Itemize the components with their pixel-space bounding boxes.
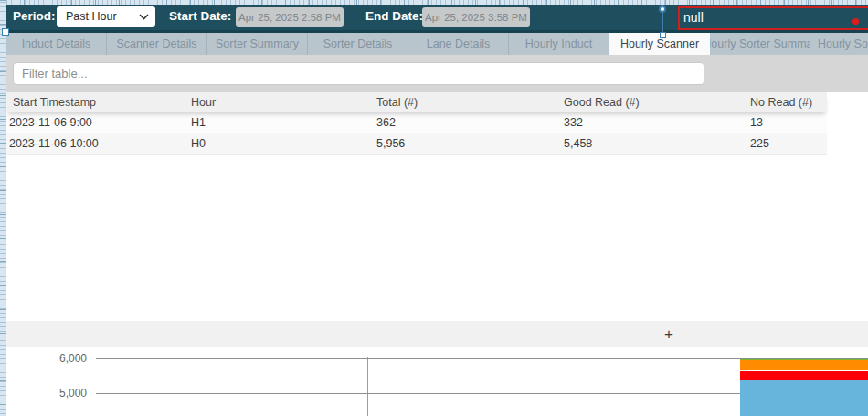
table-row[interactable]: 2023-11-06 10:00 H0 5,956 5,458 225 xyxy=(6,133,827,155)
tab-sorter-details[interactable]: Sorter Details xyxy=(308,33,408,55)
column-header-total[interactable]: Total (#) xyxy=(376,96,564,109)
cell-total: 5,956 xyxy=(376,137,564,150)
cell-good-read: 5,458 xyxy=(564,137,750,150)
tab-induct-details[interactable]: Induct Details xyxy=(6,33,107,55)
cell-hour: H1 xyxy=(191,116,376,129)
tab-label: Induct Details xyxy=(22,37,91,50)
tab-label: Hourly Sort xyxy=(818,37,868,50)
column-header-start-timestamp[interactable]: Start Timestamp xyxy=(6,96,191,109)
tab-sorter-summary[interactable]: Sorter Summary xyxy=(207,33,308,55)
table-header-row: Start Timestamp Hour Total (#) Good Read… xyxy=(6,92,827,112)
period-select[interactable]: Past Hour xyxy=(57,6,155,27)
cell-start-timestamp: 2023-11-06 9:00 xyxy=(6,116,191,129)
column-header-good-read[interactable]: Good Read (#) xyxy=(564,96,750,109)
binding-error-text: null xyxy=(683,10,704,25)
start-date-input[interactable] xyxy=(236,7,344,27)
cell-hour: H0 xyxy=(191,137,376,150)
date-filter-toolbar: Period: Past Hour Start Date: End Date: … xyxy=(5,4,868,33)
bar-green-segment xyxy=(740,359,868,360)
tab-label: Sorter Summary xyxy=(216,37,299,50)
tab-lane-details[interactable]: Lane Details xyxy=(408,33,509,55)
period-label: Period: xyxy=(13,9,56,23)
tab-hourly-scanner[interactable]: Hourly Scanner xyxy=(609,33,710,55)
cell-no-read: 225 xyxy=(750,137,827,150)
chart-ytick-label: 5,000 xyxy=(27,387,87,400)
bar-blue-segment xyxy=(740,380,868,416)
end-date-input[interactable] xyxy=(422,7,530,27)
tab-scanner-details[interactable]: Scanner Details xyxy=(107,33,207,55)
ruler-vertical xyxy=(0,0,6,416)
cell-total: 362 xyxy=(376,116,564,129)
tab-label: Hourly Scanner xyxy=(620,37,699,50)
selection-handle-left[interactable] xyxy=(2,28,9,36)
add-row-button[interactable]: + xyxy=(655,321,683,347)
end-date-label: End Date: xyxy=(365,9,423,23)
tab-label: Scanner Details xyxy=(116,37,196,50)
tab-label: Hourly Induct xyxy=(525,37,593,50)
filter-input[interactable] xyxy=(13,62,704,85)
tab-hourly-induct[interactable]: Hourly Induct xyxy=(509,33,609,55)
chevron-down-icon xyxy=(139,14,149,20)
tab-bar: Induct Details Scanner Details Sorter Su… xyxy=(6,33,868,55)
ruler-horizontal xyxy=(0,0,868,5)
chart-vertical-gridline xyxy=(367,357,368,416)
cell-start-timestamp: 2023-11-06 10:00 xyxy=(6,137,191,150)
tab-hourly-sorter-summary[interactable]: Hourly Sorter Summar xyxy=(710,33,810,55)
bar-orange-segment xyxy=(740,360,868,371)
designer-canvas: Period: Past Hour Start Date: End Date: … xyxy=(0,0,868,416)
binding-error-label[interactable]: null xyxy=(678,6,868,30)
period-select-value: Past Hour xyxy=(57,10,139,23)
cell-good-read: 332 xyxy=(564,116,750,129)
column-header-no-read[interactable]: No Read (#) xyxy=(750,96,827,109)
tab-label: Sorter Details xyxy=(323,37,393,50)
table-filter-bar xyxy=(6,55,868,92)
cell-no-read: 13 xyxy=(750,116,827,129)
chart-ytick-label: 6,000 xyxy=(27,352,87,365)
start-date-label: Start Date: xyxy=(169,9,231,23)
table-footer: + xyxy=(6,321,868,347)
hourly-scanner-chart: 6,0005,000 xyxy=(0,347,868,416)
tab-label: Lane Details xyxy=(427,37,491,50)
bar-red-segment xyxy=(740,371,868,381)
error-dot-icon xyxy=(852,18,859,25)
column-header-hour[interactable]: Hour xyxy=(191,96,376,109)
table-row[interactable]: 2023-11-06 9:00 H1 362 332 13 xyxy=(6,112,827,133)
tab-label: Hourly Sorter Summar xyxy=(710,37,810,50)
tab-hourly-sorter-details[interactable]: Hourly Sort xyxy=(810,33,868,55)
